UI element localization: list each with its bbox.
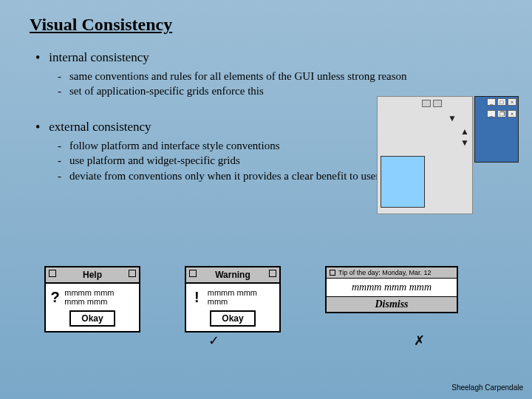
author-credit: Sheelagh Carpendale [451, 383, 523, 392]
close-icon: × [508, 110, 516, 117]
dialog-titlebar: Help [46, 267, 139, 284]
sub-bullet: use platform and widget-specific grids [69, 153, 240, 168]
sub-bullet: same conventions and rules for all eleme… [69, 69, 407, 83]
document-icon [381, 156, 425, 208]
restore-icon: ❐ [497, 110, 506, 117]
minimize-icon: _ [487, 98, 496, 106]
question-icon: ? [50, 289, 60, 306]
close-icon[interactable] [49, 270, 56, 277]
dialog-titlebar: Tip of the day: Monday, Mar. 12 [327, 267, 457, 279]
cross-icon: ✗ [414, 332, 425, 349]
maximize-icon: □ [497, 98, 506, 106]
dropdown-arrow-icon: ▼ [448, 113, 457, 124]
window-panel: × □ _ × ❐ _ [474, 96, 519, 163]
window-panel: ▼ ▲▼ [377, 96, 473, 214]
close-icon[interactable] [189, 270, 197, 277]
dialog-title: Tip of the day: Monday, Mar. 12 [338, 269, 432, 276]
dash-icon: - [58, 168, 65, 183]
dialog-body-text: mmmm mmm mmm [327, 279, 457, 297]
spinner-arrows-icon: ▲▼ [460, 126, 469, 149]
dash-icon: - [58, 83, 65, 98]
okay-button[interactable]: Okay [210, 310, 255, 327]
exclamation-icon: ! [191, 289, 203, 306]
dialog-tip: Tip of the day: Monday, Mar. 12 mmmm mmm… [325, 266, 458, 313]
dismiss-button[interactable]: Dismiss [327, 297, 457, 312]
slide-title: Visual Consistency [30, 15, 172, 35]
close-icon[interactable] [129, 270, 136, 277]
window-control-icon [433, 100, 442, 107]
window-graphic: ▼ ▲▼ × □ _ × ❐ _ [377, 96, 525, 236]
dialog-titlebar: Warning [186, 267, 279, 284]
section-internal: internal consistency -same conventions a… [35, 50, 407, 99]
close-icon[interactable] [269, 270, 276, 277]
sub-bullet: deviate from conventions only when it pr… [69, 168, 379, 183]
dialog-warning: Warning ! mmmm mmm mmm Okay [185, 266, 281, 332]
okay-button[interactable]: Okay [69, 310, 115, 327]
bullet-icon [35, 120, 44, 135]
dialog-title: Warning [215, 270, 250, 280]
sub-bullet: set of application-specific grids enforc… [69, 83, 264, 98]
section-heading: external consistency [49, 120, 151, 135]
close-icon[interactable] [330, 270, 335, 276]
window-control-icon [422, 100, 431, 107]
dialog-body-text: mmmm mmm mmm [208, 288, 275, 306]
dash-icon: - [58, 138, 65, 153]
sub-bullet: follow platform and interface style conv… [69, 138, 280, 153]
dash-icon: - [58, 69, 65, 83]
section-external: external consistency -follow platform an… [35, 120, 379, 183]
dialog-title: Help [83, 270, 102, 280]
minimize-icon: _ [487, 110, 496, 117]
dash-icon: - [58, 153, 65, 168]
dialog-body-text: mmmm mmm mmm mmm [64, 288, 134, 306]
checkmark-icon: ✓ [208, 332, 219, 349]
dialog-row: Help ? mmmm mmm mmm mmm Okay Warning ! m… [44, 266, 458, 332]
dialog-help: Help ? mmmm mmm mmm mmm Okay [44, 266, 140, 332]
section-heading: internal consistency [49, 50, 149, 66]
bullet-icon [35, 50, 44, 66]
close-icon: × [508, 98, 516, 106]
